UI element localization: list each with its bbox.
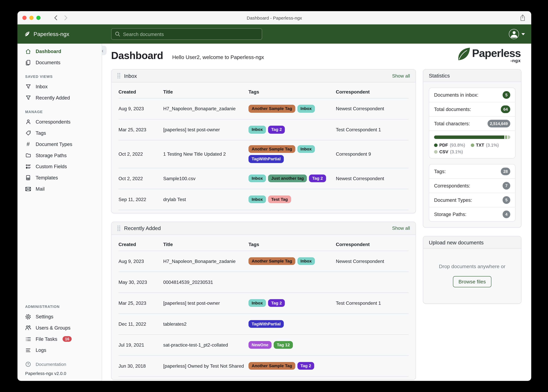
sidebar-item-documentation[interactable]: ? Documentation: [17, 358, 102, 370]
gear-icon: [25, 314, 31, 320]
sidebar: Dashboard Documents SAVED VIEWS Inbox: [17, 44, 102, 381]
search-input[interactable]: [123, 31, 258, 37]
sidebar-item-storage-paths[interactable]: Storage Paths: [17, 150, 102, 161]
cell-title: [paperless] test post-owner: [163, 127, 248, 132]
sidebar-item-inbox[interactable]: Inbox: [17, 81, 102, 92]
sidebar-item-templates[interactable]: Templates: [17, 172, 102, 183]
tag-badge[interactable]: Inbox: [248, 196, 266, 203]
tag-badge[interactable]: Just another tag: [268, 175, 307, 182]
table-row[interactable]: May 30, 2023 0004814539_20230531: [118, 272, 408, 293]
tag-badge[interactable]: NewOne: [248, 341, 271, 349]
tag-badge[interactable]: Inbox: [248, 175, 266, 182]
search-bar[interactable]: [111, 28, 262, 40]
table-row[interactable]: Aug 9, 2023 H7_Napoleon_Bonaparte_zadani…: [118, 98, 408, 119]
table-row[interactable]: Mar 25, 2023 [paperless] test post-owner…: [118, 119, 408, 140]
sidebar-item-file-tasks[interactable]: File Tasks 16: [17, 333, 102, 345]
sidebar-item-documents[interactable]: Documents: [17, 57, 102, 68]
tag-badge[interactable]: Another Sample Tag: [248, 105, 295, 113]
cell-created: Mar 25, 2023: [118, 127, 163, 132]
stat-tags[interactable]: Tags: 28: [429, 164, 515, 179]
tag-badge[interactable]: Inbox: [248, 126, 266, 133]
tag-badge[interactable]: Tag 2: [297, 362, 314, 370]
stat-document-types[interactable]: Document Types: 5: [429, 193, 515, 207]
sidebar-item-users-groups[interactable]: Users & Groups: [17, 322, 102, 333]
tag-badge[interactable]: Inbox: [248, 299, 266, 307]
table-row[interactable]: Jun 30, 2018 [paperless] Owned by Test N…: [118, 356, 408, 377]
cell-created: Aug 9, 2023: [118, 259, 163, 264]
user-menu-button[interactable]: [509, 29, 525, 39]
table-row[interactable]: Sep 11, 2022 drylab Test InboxTest Tag: [118, 189, 408, 210]
tag-badge[interactable]: Tag 12: [274, 341, 293, 349]
inbox-show-all-link[interactable]: Show all: [392, 73, 410, 78]
tag-badge[interactable]: Another Sample Tag: [248, 145, 295, 153]
sidebar-item-mail[interactable]: Mail: [17, 183, 102, 195]
tag-badge[interactable]: Another Sample Tag: [248, 362, 295, 370]
stat-documents-in-inbox[interactable]: Documents in inbox: 5: [429, 88, 515, 102]
people-icon: [25, 325, 31, 330]
drag-handle-icon[interactable]: [117, 73, 121, 79]
sidebar-item-recently-added[interactable]: Recently Added: [17, 92, 102, 103]
progress-segment: [508, 135, 510, 139]
screen: Dashboard - Paperless-ngx Paperless-ngx: [0, 0, 548, 392]
stat-correspondents[interactable]: Correspondents: 7: [429, 179, 515, 193]
legend-percent: (3.1%): [450, 149, 463, 154]
recently-added-show-all-link[interactable]: Show all: [392, 226, 410, 231]
tag-badge[interactable]: Tag 2: [309, 175, 326, 182]
tag-badge[interactable]: Inbox: [297, 145, 315, 153]
drag-handle-icon[interactable]: [117, 225, 121, 231]
table-row[interactable]: Jul 19, 2021 sat-practice-test-1_pt2-col…: [118, 335, 408, 356]
cell-tags: InboxJust another tagTag 2: [248, 175, 336, 182]
cell-tags: NewOneTag 12: [248, 341, 336, 349]
table-row[interactable]: Dec 11, 2022 tablerates2 TagWithPartial: [118, 314, 408, 335]
hash-icon: #: [25, 141, 31, 147]
cell-tags: InboxTest Tag: [248, 196, 336, 203]
table-row[interactable]: Aug 9, 2023 H7_Napoleon_Bonaparte_zadani…: [118, 251, 408, 272]
tag-badge[interactable]: Tag 2: [268, 299, 285, 307]
table-row[interactable]: Oct 2, 2022 Sample100.csv InboxJust anot…: [118, 168, 408, 189]
question-circle-icon: ?: [25, 362, 31, 367]
tag-badge[interactable]: Another Sample Tag: [248, 257, 295, 265]
tag-badge[interactable]: TagWithPartial: [248, 155, 284, 163]
stat-badge: 5: [503, 196, 510, 204]
sidebar-item-correspondents[interactable]: Correspondents: [17, 116, 102, 127]
browse-files-button[interactable]: Browse files: [453, 276, 491, 287]
cell-created: Oct 2, 2022: [118, 176, 163, 181]
cell-created: Jul 19, 2021: [118, 343, 163, 348]
tag-badge[interactable]: Test Tag: [268, 196, 291, 203]
home-icon: [25, 49, 31, 54]
tag-badge[interactable]: Inbox: [297, 257, 315, 265]
share-icon[interactable]: [520, 14, 526, 21]
upload-card: Upload new documents Drop documents anyw…: [423, 236, 521, 304]
table-row[interactable]: Oct 2, 2022 1 Testing New Title Updated …: [118, 140, 408, 168]
cell-tags: TagWithPartial: [248, 320, 336, 328]
table-row[interactable]: Mar 25, 2023 [paperless] test post-owner…: [118, 293, 408, 314]
brand-label: Paperless-ngx: [34, 31, 69, 37]
sidebar-collapse-button[interactable]: «: [102, 46, 107, 55]
cell-created: Mar 25, 2023: [118, 301, 163, 306]
stat-badge: 64: [501, 105, 510, 113]
person-icon: [25, 119, 31, 125]
cell-tags: Another Sample TagTag 2: [248, 362, 336, 370]
sidebar-item-label: Recently Added: [36, 95, 70, 101]
tag-badge[interactable]: Tag 2: [268, 126, 285, 133]
stat-label: Total documents:: [434, 106, 471, 112]
sidebar-item-settings[interactable]: Settings: [17, 311, 102, 322]
brand[interactable]: Paperless-ngx: [17, 31, 69, 37]
sidebar-item-tags[interactable]: Tags: [17, 127, 102, 139]
sidebar-item-custom-fields[interactable]: Custom Fields: [17, 161, 102, 172]
legend-item: TXT (3.1%): [471, 143, 499, 148]
sidebar-item-document-types[interactable]: # Document Types: [17, 139, 102, 150]
column-header: Title: [163, 89, 248, 95]
recently-added-saved-view-card: Recently Added Show all CreatedTitleTags…: [111, 222, 416, 380]
table-header-row: CreatedTitleTagsCorrespondent: [118, 84, 408, 98]
sidebar-item-logs[interactable]: Logs: [17, 344, 102, 356]
sidebar-item-dashboard[interactable]: Dashboard: [17, 46, 102, 57]
tag-badge[interactable]: Inbox: [297, 105, 315, 113]
tag-badge[interactable]: TagWithPartial: [248, 320, 284, 328]
stat-storage-paths[interactable]: Storage Paths: 4: [429, 207, 515, 221]
sidebar-item-label: Documents: [36, 60, 60, 65]
legend-name: CSV: [439, 149, 448, 154]
documents-icon: [25, 59, 31, 65]
cell-tags: Another Sample TagInboxTagWithPartial: [248, 145, 336, 163]
upload-dropzone[interactable]: Drop documents anywhere or Browse files: [423, 249, 521, 303]
